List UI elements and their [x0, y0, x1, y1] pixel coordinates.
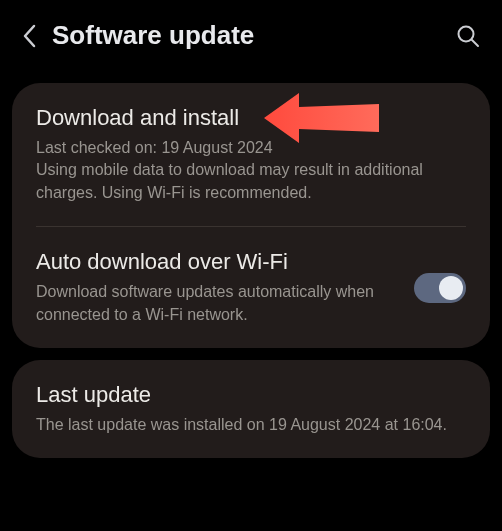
back-button[interactable]	[22, 24, 36, 48]
search-button[interactable]	[456, 24, 480, 48]
chevron-left-icon	[22, 24, 36, 48]
last-update-item[interactable]: Last update The last update was installe…	[12, 360, 490, 458]
last-update-title: Last update	[36, 382, 466, 408]
auto-download-item[interactable]: Auto download over Wi-Fi Download softwa…	[12, 227, 490, 348]
svg-point-0	[459, 26, 474, 41]
search-icon	[456, 24, 480, 48]
auto-download-subtitle: Download software updates automatically …	[36, 281, 398, 326]
download-install-title: Download and install	[36, 105, 466, 131]
auto-download-toggle[interactable]	[414, 273, 466, 303]
svg-line-1	[472, 40, 478, 46]
settings-card-1: Download and install Last checked on: 19…	[12, 83, 490, 348]
page-title: Software update	[52, 20, 440, 51]
download-install-item[interactable]: Download and install Last checked on: 19…	[12, 83, 490, 226]
toggle-thumb	[439, 276, 463, 300]
last-update-subtitle: The last update was installed on 19 Augu…	[36, 414, 466, 436]
auto-download-title: Auto download over Wi-Fi	[36, 249, 398, 275]
header: Software update	[0, 0, 502, 71]
auto-download-text: Auto download over Wi-Fi Download softwa…	[36, 249, 398, 326]
download-install-subtitle: Last checked on: 19 August 2024 Using mo…	[36, 137, 466, 204]
settings-card-2: Last update The last update was installe…	[12, 360, 490, 458]
